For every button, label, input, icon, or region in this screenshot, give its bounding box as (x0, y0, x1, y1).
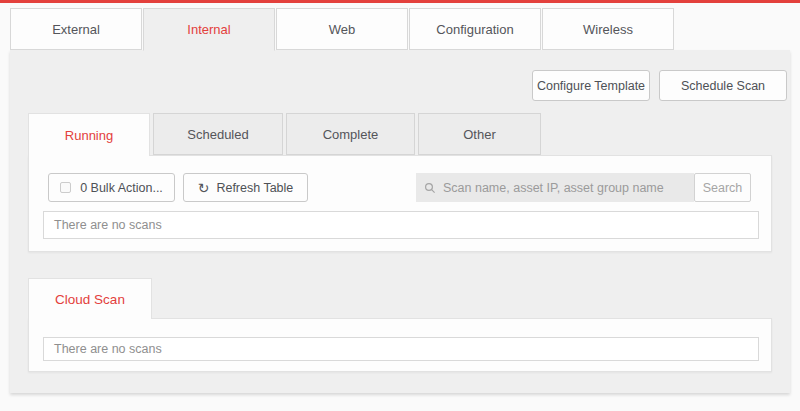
bulk-action-button[interactable]: 0 Bulk Action... (48, 173, 175, 202)
refresh-icon: ↻ (198, 181, 210, 195)
scan-status-tabs: Running Scheduled Complete Other (28, 113, 541, 156)
search-button[interactable]: Search (694, 173, 751, 202)
refresh-table-button[interactable]: ↻ Refresh Table (183, 173, 308, 202)
configure-template-button[interactable]: Configure Template (532, 70, 650, 101)
tab-running[interactable]: Running (28, 113, 150, 156)
tab-cloud-scan[interactable]: Cloud Scan (28, 278, 152, 319)
search-group: Search (416, 173, 751, 202)
running-empty-state: There are no scans (43, 211, 759, 239)
schedule-scan-button[interactable]: Schedule Scan (659, 70, 787, 101)
cloud-scans-panel: There are no scans (28, 318, 772, 372)
search-icon (424, 182, 436, 194)
tab-internal[interactable]: Internal (143, 8, 275, 51)
scans-panel: Configure Template Schedule Scan Running… (10, 50, 790, 393)
checkbox-icon (60, 182, 71, 193)
tab-scheduled[interactable]: Scheduled (153, 113, 283, 155)
tab-other[interactable]: Other (418, 113, 541, 155)
running-scans-panel: 0 Bulk Action... ↻ Refresh Table Search … (28, 155, 772, 252)
top-accent-bar (0, 0, 800, 3)
tab-configuration[interactable]: Configuration (409, 8, 541, 50)
bulk-action-label: 0 Bulk Action... (80, 181, 163, 195)
refresh-table-label: Refresh Table (216, 181, 293, 195)
tab-complete[interactable]: Complete (286, 113, 415, 155)
search-box (416, 173, 694, 202)
tab-wireless[interactable]: Wireless (542, 8, 674, 50)
tab-web[interactable]: Web (276, 8, 408, 50)
tab-external[interactable]: External (10, 8, 142, 50)
primary-tabs: External Internal Web Configuration Wire… (10, 8, 674, 51)
search-input[interactable] (443, 181, 686, 195)
cloud-empty-state: There are no scans (43, 337, 759, 361)
